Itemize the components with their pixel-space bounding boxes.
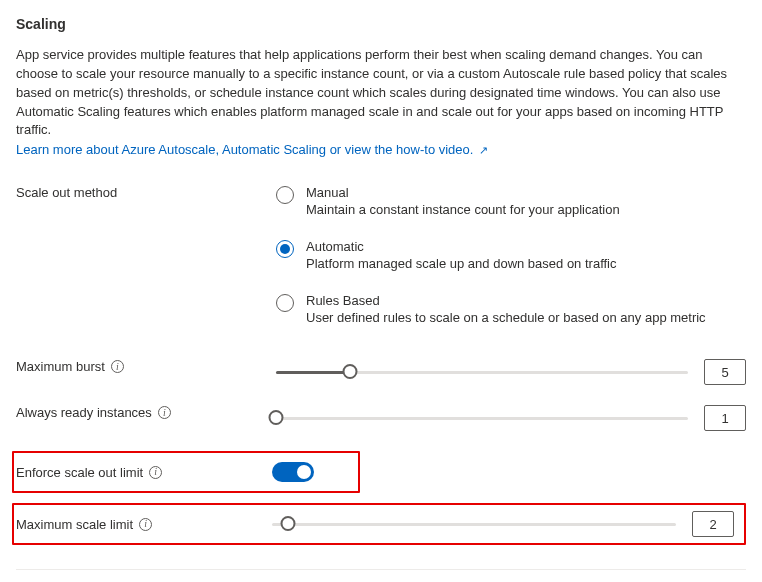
max-burst-label: Maximum burst (16, 359, 105, 374)
enforce-limit-highlight: Enforce scale out limit i (12, 451, 360, 493)
radio-option-automatic[interactable]: Automatic Platform managed scale up and … (276, 239, 706, 271)
radio-icon (276, 186, 294, 204)
radio-desc: User defined rules to scale on a schedul… (306, 310, 706, 325)
enforce-limit-toggle[interactable] (272, 462, 314, 482)
info-icon[interactable]: i (158, 406, 171, 419)
always-ready-row: Always ready instances i 1 (16, 405, 746, 431)
max-limit-value[interactable]: 2 (692, 511, 734, 537)
external-link-icon: ↗ (479, 144, 488, 156)
radio-label: Manual (306, 185, 620, 200)
radio-option-manual[interactable]: Manual Maintain a constant instance coun… (276, 185, 706, 217)
info-icon[interactable]: i (139, 518, 152, 531)
scale-method-label: Scale out method (16, 185, 117, 200)
radio-option-rules[interactable]: Rules Based User defined rules to scale … (276, 293, 706, 325)
info-icon[interactable]: i (149, 466, 162, 479)
intro-text: App service provides multiple features t… (16, 46, 746, 140)
radio-label: Automatic (306, 239, 617, 254)
info-icon[interactable]: i (111, 360, 124, 373)
always-ready-value[interactable]: 1 (704, 405, 746, 431)
radio-icon (276, 240, 294, 258)
max-limit-highlight: Maximum scale limit i 2 (12, 503, 746, 545)
radio-icon (276, 294, 294, 312)
max-burst-value[interactable]: 5 (704, 359, 746, 385)
always-ready-slider[interactable] (276, 409, 688, 427)
scale-method-row: Scale out method Manual Maintain a const… (16, 185, 746, 325)
radio-label: Rules Based (306, 293, 706, 308)
divider (16, 569, 746, 570)
learn-more-link[interactable]: Learn more about Azure Autoscale, Automa… (16, 142, 488, 157)
max-limit-slider[interactable] (272, 515, 676, 533)
radio-desc: Platform managed scale up and down based… (306, 256, 617, 271)
enforce-limit-label: Enforce scale out limit (16, 465, 143, 480)
max-burst-row: Maximum burst i 5 (16, 359, 746, 385)
radio-desc: Maintain a constant instance count for y… (306, 202, 620, 217)
always-ready-label: Always ready instances (16, 405, 152, 420)
learn-more-text: Learn more about Azure Autoscale, Automa… (16, 142, 473, 157)
max-burst-slider[interactable] (276, 363, 688, 381)
page-title: Scaling (16, 16, 746, 32)
max-limit-label: Maximum scale limit (16, 517, 133, 532)
